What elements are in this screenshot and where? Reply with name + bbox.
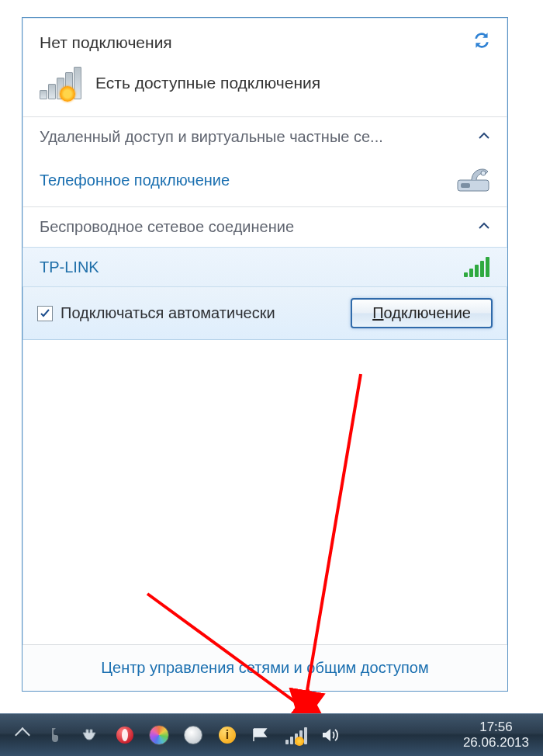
vpn-section-title: Удаленный доступ и виртуальные частные с…	[40, 128, 383, 146]
svg-point-2	[481, 171, 486, 175]
paint-tray-icon[interactable]	[149, 725, 169, 745]
action-center-icon[interactable]	[251, 725, 272, 745]
taskbar: i 17:56 26.06.2013	[0, 713, 543, 756]
chevron-up-icon	[478, 128, 490, 146]
phone-modem-icon	[456, 166, 490, 194]
chevron-up-icon	[478, 218, 490, 236]
auto-connect-checkbox[interactable]	[37, 306, 53, 321]
signal-bars-icon	[40, 67, 81, 99]
wifi-signal-icon	[464, 257, 490, 277]
network-flyout: Нет подключения Есть доступные подключен…	[22, 17, 508, 692]
auto-connect-label: Подключаться автоматически	[61, 304, 275, 322]
system-tray: i	[0, 714, 352, 756]
connect-button[interactable]: Подключение	[351, 298, 493, 328]
dialup-item[interactable]: Телефонное подключение	[22, 157, 507, 206]
clock-date: 26.06.2013	[463, 735, 529, 751]
taskbar-clock[interactable]: 17:56 26.06.2013	[449, 720, 543, 751]
network-center-link[interactable]: Центр управления сетями и общим доступом	[22, 644, 507, 691]
wifi-ssid: TP-LINK	[40, 258, 99, 276]
wifi-section-header[interactable]: Беспроводное сетевое соединение	[22, 207, 507, 247]
power-tray-icon[interactable]	[81, 725, 101, 745]
svg-rect-1	[461, 183, 470, 188]
connection-status-title: Нет подключения	[40, 33, 172, 52]
tray-expand-icon[interactable]	[12, 725, 33, 745]
wifi-connect-panel: Подключаться автоматически Подключение	[22, 287, 507, 340]
network-tray-icon[interactable]	[285, 725, 306, 745]
info-tray-icon[interactable]: i	[217, 725, 237, 745]
dialup-label: Телефонное подключение	[40, 172, 230, 189]
evernote-tray-icon[interactable]	[47, 725, 67, 745]
clock-time: 17:56	[463, 720, 529, 735]
opera-tray-icon[interactable]	[115, 725, 135, 745]
flyout-header: Нет подключения	[22, 18, 507, 64]
available-connections-label: Есть доступные подключения	[95, 74, 320, 92]
wifi-network-item[interactable]: TP-LINK	[22, 247, 507, 287]
wifi-section-title: Беспроводное сетевое соединение	[40, 218, 294, 236]
refresh-icon[interactable]	[472, 30, 492, 54]
vpn-section-header[interactable]: Удаленный доступ и виртуальные частные с…	[22, 117, 507, 157]
sync-tray-icon[interactable]	[183, 725, 203, 745]
auto-connect-option[interactable]: Подключаться автоматически	[37, 304, 275, 322]
flyout-spacer	[22, 340, 507, 644]
available-connections-row: Есть доступные подключения	[22, 64, 507, 116]
volume-tray-icon[interactable]	[320, 725, 340, 745]
